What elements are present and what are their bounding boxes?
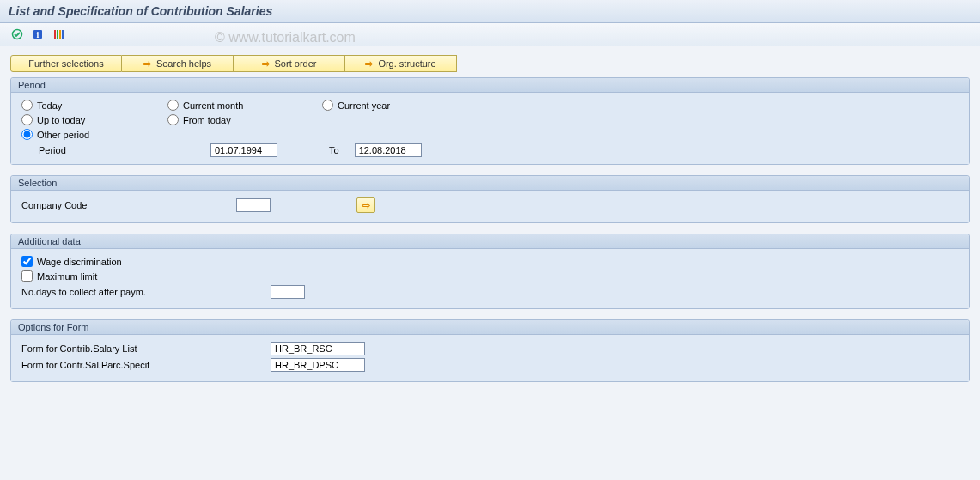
main-content: Further selections ⇨Search helps ⇨Sort o… [0, 46, 980, 401]
radio-today[interactable]: Today [21, 100, 167, 111]
svg-text:i: i [37, 30, 40, 39]
period-sub-label: Period [21, 145, 210, 155]
execute-icon[interactable] [9, 27, 26, 42]
wage-discrimination-checkbox[interactable] [21, 256, 33, 267]
wage-discrimination-check[interactable]: Wage discrimination [21, 256, 959, 267]
radio-from-today[interactable]: From today [167, 114, 322, 125]
radio-up-to-today-label: Up to today [37, 115, 85, 125]
additional-data-title: Additional data [11, 234, 969, 249]
wage-discrimination-label: Wage discrimination [37, 257, 122, 267]
period-group-title: Period [11, 78, 969, 93]
contrib-list-label: Form for Contrib.Salary List [21, 343, 271, 354]
page-title: List and Specification of Contribution S… [9, 4, 971, 18]
maximum-limit-check[interactable]: Maximum limit [21, 270, 959, 282]
selection-group: Selection Company Code ⇨ [10, 175, 970, 223]
company-code-label: Company Code [21, 200, 236, 210]
org-structure-button[interactable]: ⇨Org. structure [345, 55, 457, 72]
radio-current-year[interactable]: Current year [322, 100, 477, 111]
additional-data-group: Additional data Wage discrimination Maxi… [10, 234, 970, 309]
search-helps-label: Search helps [156, 58, 211, 69]
further-selections-button[interactable]: Further selections [10, 55, 122, 72]
radio-from-today-label: From today [183, 115, 231, 125]
selection-group-title: Selection [11, 176, 969, 191]
radio-other-period-input[interactable] [21, 129, 33, 140]
arrow-right-icon: ⇨ [262, 58, 270, 70]
search-helps-button[interactable]: ⇨Search helps [122, 55, 234, 72]
parc-spec-input[interactable] [271, 358, 365, 372]
svg-rect-6 [62, 30, 64, 39]
org-structure-label: Org. structure [378, 58, 435, 69]
period-group: Period Today Current month Current year … [10, 77, 970, 165]
no-days-label: No.days to collect after paym. [21, 287, 271, 297]
radio-today-input[interactable] [21, 100, 33, 111]
company-code-input[interactable] [236, 198, 271, 212]
period-from-input[interactable] [210, 143, 277, 157]
radio-other-period-label: Other period [37, 130, 89, 140]
radio-from-today-input[interactable] [167, 114, 179, 125]
no-days-input[interactable] [271, 285, 305, 299]
multiple-selection-button[interactable]: ⇨ [356, 197, 375, 213]
maximum-limit-label: Maximum limit [37, 271, 97, 282]
radio-current-year-label: Current year [338, 100, 390, 111]
arrow-right-icon: ⇨ [362, 200, 370, 211]
radio-up-to-today[interactable]: Up to today [21, 114, 167, 125]
sort-order-label: Sort order [275, 58, 317, 69]
sort-order-button[interactable]: ⇨Sort order [234, 55, 345, 72]
radio-current-month[interactable]: Current month [167, 100, 322, 111]
radio-current-month-input[interactable] [167, 100, 179, 111]
app-toolbar: i [0, 23, 980, 46]
arrow-right-icon: ⇨ [143, 58, 151, 70]
arrow-right-icon: ⇨ [365, 58, 373, 70]
maximum-limit-checkbox[interactable] [21, 270, 33, 282]
svg-rect-3 [54, 30, 56, 39]
svg-rect-5 [59, 30, 61, 39]
contrib-list-input[interactable] [271, 342, 365, 355]
title-bar: List and Specification of Contribution S… [0, 0, 980, 23]
form-options-title: Options for Form [11, 320, 969, 335]
radio-other-period[interactable]: Other period [21, 129, 167, 140]
button-row: Further selections ⇨Search helps ⇨Sort o… [10, 55, 970, 72]
radio-today-label: Today [37, 100, 62, 111]
period-to-label: To [329, 145, 339, 155]
parc-spec-label: Form for Contr.Sal.Parc.Specif [21, 360, 271, 370]
radio-current-month-label: Current month [183, 100, 243, 111]
bars-icon[interactable] [50, 27, 67, 42]
further-selections-label: Further selections [28, 58, 103, 69]
radio-current-year-input[interactable] [322, 100, 333, 111]
period-to-input[interactable] [355, 143, 422, 157]
info-icon[interactable]: i [29, 27, 46, 42]
radio-up-to-today-input[interactable] [21, 114, 33, 125]
form-options-group: Options for Form Form for Contrib.Salary… [10, 319, 970, 382]
svg-rect-4 [57, 30, 58, 39]
